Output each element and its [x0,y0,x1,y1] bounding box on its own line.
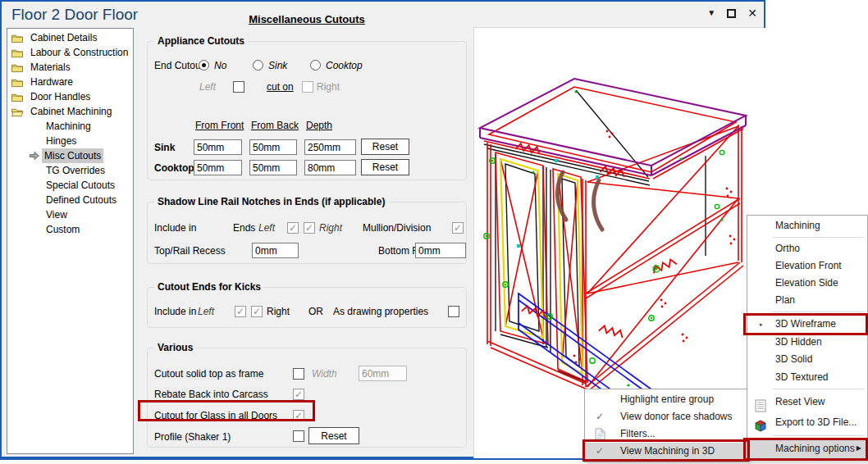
menu-separator [773,389,865,389]
mullion-division-label: Mullion/Division [363,222,431,234]
sink-depth-input[interactable] [304,139,356,155]
cut-on-link[interactable]: cut on [267,81,294,93]
sidebar-item-view[interactable]: View [7,207,133,222]
cut-left-label: Left [199,81,216,93]
menu-item-3d-textured[interactable]: 3D Textured [747,368,867,386]
shadow-include-label: Include in [154,222,196,234]
3d-cube-icon [753,416,768,436]
menu-item-3d-solid[interactable]: 3D Solid [747,351,867,368]
group-title: Various [154,342,196,353]
sidebar-item-defined-cutouts[interactable]: Defined Cutouts [7,193,133,207]
menu-item-plan[interactable]: Plan [747,292,867,309]
sidebar-item-special-cutouts[interactable]: Special Cutouts [7,178,133,193]
sidebar-item-cabinet-machining[interactable]: Cabinet Machining [7,104,133,119]
menu-item-ortho[interactable]: Ortho [747,240,867,257]
sink-row-label: Sink [154,142,175,153]
group-title: Appliance Cutouts [154,35,248,47]
menu-item-elevation-front[interactable]: Elevation Front [747,257,867,275]
col-depth: Depth [306,120,332,131]
end-cutout-sink-radio[interactable] [253,60,263,71]
menu-item-reset-view[interactable]: Reset View [747,392,867,412]
bottom-recess-input[interactable] [415,243,466,258]
as-drawing-properties-checkbox[interactable] [448,306,459,317]
cutout-glass-checkbox[interactable]: ✓ [293,410,304,421]
sidebar-item-custom[interactable]: Custom [7,222,133,237]
shadow-left-checkbox[interactable]: ✓ [287,222,299,234]
folder-icon [11,77,24,88]
col-from-front: From Front [195,120,244,131]
kicks-or-label: OR [308,306,323,317]
window-title: Floor 2 Door Floor [11,6,138,24]
context-menu: Highlight entire group ✓ View donor face… [584,389,748,462]
width-input[interactable] [359,366,407,381]
cut-right-label: Right [317,81,340,93]
kicks-include-label: Include in [154,306,196,317]
end-cutout-no-label[interactable]: No [214,60,226,71]
selected-bullet-icon: ● [753,315,768,334]
sidebar-item-misc-cutouts[interactable]: Misc Cutouts [7,148,133,163]
end-cutout-no-radio[interactable] [199,60,209,71]
folder-icon [11,92,24,102]
top-rail-recess-input[interactable] [252,243,299,258]
sidebar-item-door-handles[interactable]: Door Handles [7,89,133,104]
menu-separator [773,435,865,436]
menu-item-highlight-entire-group[interactable]: Highlight entire group [585,391,747,408]
shadow-right-checkbox[interactable]: ✓ [304,222,315,234]
page-title: Miscellaneous Cutouts [147,13,467,25]
menu-separator [773,237,865,238]
shadow-line-group: Shadow Line Rail Notches in Ends (if app… [147,202,467,264]
profile-reset-button[interactable]: Reset [308,427,359,444]
screen: { "window": { "title": "Floor 2 Door Flo… [0,0,868,464]
kicks-right-label: Right [267,306,290,317]
shadow-left-label: Left [258,222,275,234]
cut-right-checkbox[interactable] [302,81,313,93]
menu-item-3d-wireframe[interactable]: ● 3D Wireframe [747,315,867,334]
cooktop-reset-button[interactable]: Reset [361,159,409,175]
sidebar-item-machining[interactable]: Machining [7,119,133,134]
sidebar-item-hardware[interactable]: Hardware [7,75,133,89]
profile-shaker-label: Profile (Shaker 1) [154,431,231,443]
window-restore-icon[interactable]: ▼ [707,7,715,19]
menu-item-filters[interactable]: Filters... [585,425,747,443]
mullion-division-checkbox[interactable]: ✓ [452,222,464,234]
cooktop-from-front-input[interactable] [194,160,242,175]
kicks-right-checkbox[interactable]: ✓ [251,306,263,317]
kicks-left-checkbox[interactable]: ✓ [235,306,246,317]
menu-item-3d-hidden[interactable]: 3D Hidden [747,334,867,351]
sidebar-item-tg-overrides[interactable]: TG Overrides [7,163,133,178]
sink-reset-button[interactable]: Reset [361,139,409,155]
cooktop-depth-input[interactable] [304,160,356,175]
sidebar-item-materials[interactable]: Materials [7,60,133,75]
sidebar-item-labour-construction[interactable]: Labour & Construction [7,45,133,60]
width-label: Width [312,368,337,380]
kicks-left-label: Left [198,306,214,317]
menu-item-elevation-side[interactable]: Elevation Side [747,275,867,292]
menu-item-view-donor-face-shadows[interactable]: ✓ View donor face shadows [585,408,747,425]
sink-from-back-input[interactable] [249,139,297,155]
check-icon: ✓ [592,443,607,460]
end-cutout-sink-label[interactable]: Sink [268,60,287,71]
as-drawing-properties-label: As drawing properties [333,306,428,317]
sidebar-item-cabinet-details[interactable]: Cabinet Details [7,30,133,45]
group-title: Cutout Ends for Kicks [154,281,264,293]
close-icon[interactable]: ✕ [747,7,757,19]
menu-item-machining-options[interactable]: Machining options ▶ [747,439,867,458]
menu-item-view-machining-in-3d[interactable]: ✓ View Machining in 3D [585,443,747,460]
sidebar-item-hinges[interactable]: Hinges [7,134,133,148]
sink-from-front-input[interactable] [194,139,242,155]
cooktop-from-back-input[interactable] [249,160,297,175]
profile-checkbox[interactable] [293,430,304,442]
filter-document-icon [592,425,607,443]
cutout-solid-top-checkbox[interactable] [293,368,304,380]
menu-item-machining[interactable]: Machining [747,217,867,234]
end-cutout-cooktop-label[interactable]: Cooktop [326,60,363,71]
cut-left-checkbox[interactable] [233,81,244,93]
group-title: Shadow Line Rail Notches in Ends (if app… [154,196,388,207]
maximize-icon[interactable] [727,9,736,18]
end-cutout-cooktop-radio[interactable] [310,60,321,71]
col-from-back: From Back [251,120,299,131]
machining-options-submenu: Machining Ortho Elevation Front Elevatio… [747,215,868,461]
cutout-glass-label: Cutout for Glass in all Doors [154,410,277,421]
rebate-back-checkbox[interactable]: ✓ [293,389,304,400]
menu-item-export-to-3d-file[interactable]: Export to 3D File... [747,412,867,433]
